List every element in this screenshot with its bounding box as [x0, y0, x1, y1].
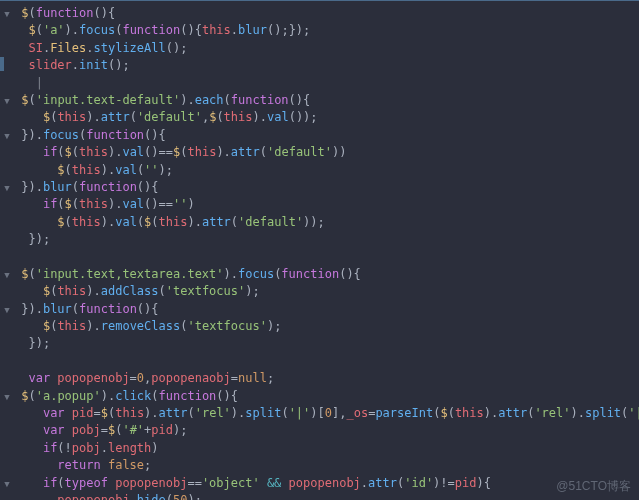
code-line[interactable]: ▼ }).blur(function(){: [0, 179, 639, 196]
code-token: ).: [86, 110, 100, 124]
code-token: ()==: [144, 145, 173, 159]
code-editor[interactable]: ▼ $(function(){ $('a').focus(function(){…: [0, 1, 639, 500]
code-line[interactable]: if(!pobj.length): [0, 440, 639, 457]
gutter-space: [0, 422, 14, 439]
code-token: ;: [144, 458, 151, 472]
code-token: null: [238, 371, 267, 385]
code-line[interactable]: if($(this).val()==$(this).attr('default'…: [0, 144, 639, 161]
code-token: stylizeAll: [94, 41, 166, 55]
code-token: (: [65, 215, 72, 229]
code-line[interactable]: return false;: [0, 457, 639, 474]
code-line[interactable]: $(this).addClass('textfocus');: [0, 283, 639, 300]
code-token: popopenaobj: [151, 371, 230, 385]
code-line[interactable]: ▼ $('input.text,textarea.text').focus(fu…: [0, 266, 639, 283]
code-line[interactable]: ▼ $('a.popup').click(function(){: [0, 388, 639, 405]
code-token: [28, 110, 42, 124]
code-line[interactable]: ▼ }).focus(function(){: [0, 127, 639, 144]
code-token: (: [28, 93, 35, 107]
code-token: ).: [108, 197, 122, 211]
code-line[interactable]: $(this).attr('default',$(this).val());: [0, 109, 639, 126]
code-token: addClass: [101, 284, 159, 298]
code-token: ).: [571, 406, 585, 420]
code-line[interactable]: if($(this).val()==''): [0, 196, 639, 213]
code-line[interactable]: |: [0, 75, 639, 92]
code-line[interactable]: ▼ }).blur(function(){: [0, 301, 639, 318]
code-line[interactable]: ▼ if(typeof popopenobj=='object' && popo…: [0, 475, 639, 492]
gutter-space: [0, 492, 14, 500]
code-token: if: [43, 441, 57, 455]
code-line[interactable]: var pid=$(this).attr('rel').split('|')[0…: [0, 405, 639, 422]
code-token: this: [57, 319, 86, 333]
code-token: (: [260, 145, 267, 159]
code-token: ));: [303, 215, 325, 229]
code-token: (: [65, 163, 72, 177]
code-token: this: [57, 110, 86, 124]
code-token: SI: [28, 41, 42, 55]
code-line[interactable]: var pobj=$('#'+pid);: [0, 422, 639, 439]
fold-arrow-icon[interactable]: ▼: [0, 179, 14, 196]
code-token: function: [79, 302, 137, 316]
code-line[interactable]: [0, 353, 639, 370]
code-token: [28, 458, 57, 472]
fold-arrow-icon[interactable]: ▼: [0, 127, 14, 144]
code-line[interactable]: $('a').focus(function(){this.blur();});: [0, 22, 639, 39]
code-token: 'default': [267, 145, 332, 159]
code-token: var: [43, 406, 72, 420]
code-token: false: [108, 458, 144, 472]
code-token: (){: [137, 302, 159, 316]
code-token: typeof: [65, 476, 116, 490]
code-token: );: [173, 423, 187, 437]
code-token: 'default': [238, 215, 303, 229]
fold-arrow-icon[interactable]: ▼: [0, 92, 14, 109]
gutter-space: [0, 214, 14, 231]
code-token: }).: [21, 128, 43, 142]
code-token: focus: [43, 128, 79, 142]
code-line[interactable]: [0, 248, 639, 265]
code-line[interactable]: $(this).removeClass('textfocus');: [0, 318, 639, 335]
gutter-space: [0, 318, 14, 335]
code-token: );: [187, 493, 201, 500]
code-token: 'textfocus': [166, 284, 245, 298]
fold-arrow-icon[interactable]: ▼: [0, 301, 14, 318]
code-line[interactable]: $(this).val($(this).attr('default'));: [0, 214, 639, 231]
code-token: (: [187, 406, 194, 420]
code-line[interactable]: SI.Files.stylizeAll();: [0, 40, 639, 57]
code-line[interactable]: popopenobj.hide(50);: [0, 492, 639, 500]
code-line[interactable]: });: [0, 335, 639, 352]
code-token: =: [94, 406, 101, 420]
code-token: 0: [325, 406, 332, 420]
code-line[interactable]: });: [0, 231, 639, 248]
code-token: (: [159, 284, 166, 298]
code-line[interactable]: slider.init();: [0, 57, 639, 74]
code-token: (: [36, 23, 43, 37]
code-line[interactable]: $(this).val('');: [0, 162, 639, 179]
code-token: '|': [628, 406, 639, 420]
code-token: if: [43, 197, 57, 211]
code-token: (: [72, 302, 79, 316]
fold-arrow-icon[interactable]: ▼: [0, 266, 14, 283]
fold-arrow-icon[interactable]: ▼: [0, 5, 14, 22]
gutter-space: [0, 144, 14, 161]
code-token: ;: [267, 371, 274, 385]
fold-arrow-icon[interactable]: ▼: [0, 475, 14, 492]
code-token: ).: [108, 145, 122, 159]
code-line[interactable]: var popopenobj=0,popopenaobj=null;: [0, 370, 639, 387]
fold-arrow-icon[interactable]: ▼: [0, 388, 14, 405]
gutter-space: [0, 231, 14, 248]
code-token: ],: [332, 406, 346, 420]
code-token: (){: [216, 389, 238, 403]
gutter-space: [0, 283, 14, 300]
code-line[interactable]: ▼ $(function(){: [0, 5, 639, 22]
code-token: 'default': [137, 110, 202, 124]
code-token: );: [159, 163, 173, 177]
code-token: this: [79, 145, 108, 159]
code-token: this: [159, 215, 188, 229]
code-token: ).: [216, 145, 230, 159]
code-token: val: [115, 163, 137, 177]
code-line[interactable]: ▼ $('input.text-default').each(function(…: [0, 92, 639, 109]
gutter-space: [0, 370, 14, 387]
code-token: ).: [180, 93, 194, 107]
code-token: ()==: [144, 197, 173, 211]
code-token: function: [281, 267, 339, 281]
gutter-space: [0, 440, 14, 457]
